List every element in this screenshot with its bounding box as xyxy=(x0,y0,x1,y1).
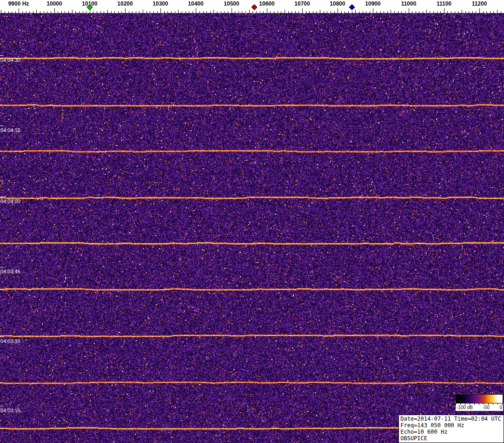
freq-tick-label-11100: 11100 xyxy=(437,1,451,7)
freq-tick-label-11000: 11000 xyxy=(401,1,417,7)
info-station-name: OBSUPICE xyxy=(400,435,501,442)
time-tick-mark xyxy=(0,55,4,56)
legend-mid-label: -50 xyxy=(483,405,490,410)
time-tick-mark xyxy=(0,126,4,126)
waterfall-display[interactable]: 04:04:3004:04:1504:04:0004:03:4504:03:30… xyxy=(0,13,504,443)
time-tick-mark xyxy=(0,337,4,337)
spectrogram-app: 9900 Hz100001010010200103001040010500106… xyxy=(0,0,504,443)
legend-min-label: -100 dB xyxy=(457,405,473,410)
waterfall-canvas[interactable] xyxy=(0,13,504,443)
info-echo-frequency: Echo=10 600 Hz xyxy=(400,429,501,435)
time-tick-label: 04:04:30 xyxy=(0,57,20,63)
freq-tick-label-10800: 10800 xyxy=(330,1,345,7)
freq-tick-label-10700: 10700 xyxy=(294,1,310,7)
colormap-gradient-bar xyxy=(456,394,503,403)
info-receiver-frequency: Freq=143 050 000 Hz xyxy=(400,422,501,429)
time-tick-label: 04:04:15 xyxy=(0,127,20,133)
info-date-time: Date=2014-07-11 Time=02:04 UTC xyxy=(400,416,501,422)
time-tick-mark xyxy=(0,406,4,406)
time-tick-label: 04:03:45 xyxy=(0,269,20,275)
freq-tick-label-11200: 11200 xyxy=(472,1,487,7)
legend-max-label: 0 xyxy=(499,405,502,410)
observation-info-box: Date=2014-07-11 Time=02:04 UTC Freq=143 … xyxy=(398,415,504,443)
intensity-legend: -100 dB -50 0 xyxy=(456,394,503,411)
freq-tick-label-10300: 10300 xyxy=(153,1,168,7)
freq-tick-label-10500: 10500 xyxy=(224,1,239,7)
time-tick-label: 04:03:15 xyxy=(0,408,20,414)
freq-tick-label-10400: 10400 xyxy=(188,1,203,7)
freq-tick-label-9900: 9900 Hz xyxy=(8,1,29,7)
freq-tick-label-10200: 10200 xyxy=(117,1,133,7)
frequency-ruler[interactable]: 9900 Hz100001010010200103001040010500106… xyxy=(0,0,504,13)
freq-tick-label-10000: 10000 xyxy=(46,1,62,7)
time-tick-label: 04:03:30 xyxy=(0,338,20,344)
time-tick-mark xyxy=(0,197,4,197)
legend-labels: -100 dB -50 0 xyxy=(456,405,503,411)
freq-tick-label-10900: 10900 xyxy=(365,1,380,7)
time-tick-mark xyxy=(0,267,4,267)
freq-tick-label-10600: 10600 xyxy=(259,1,274,7)
time-tick-label: 04:04:00 xyxy=(0,198,20,205)
